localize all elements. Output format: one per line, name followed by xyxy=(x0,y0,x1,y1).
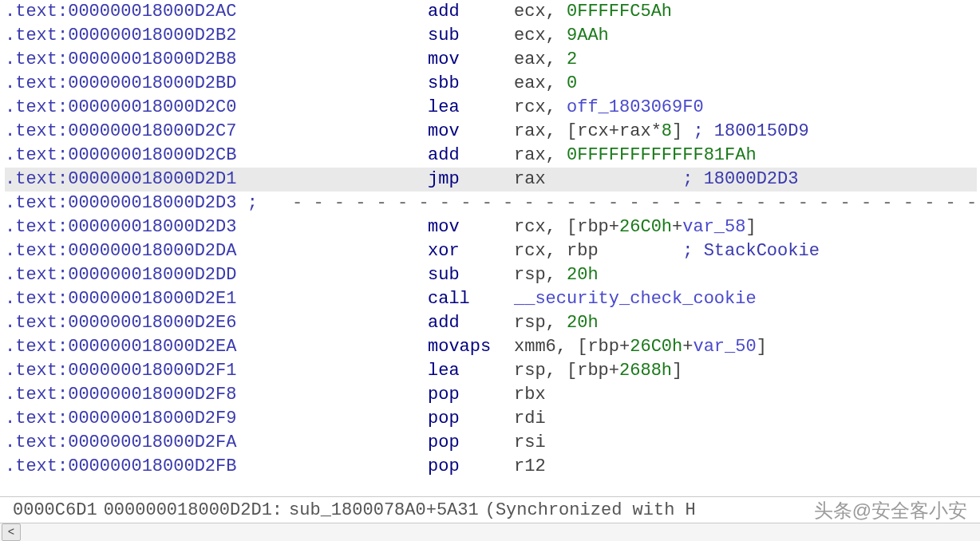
token-num: 2 xyxy=(567,49,577,69)
operands: rsi xyxy=(514,431,977,455)
token-reg: eax xyxy=(514,49,546,69)
token-pn: ] xyxy=(745,217,756,237)
operands: rsp, [rbp+2688h] xyxy=(514,359,977,383)
status-sync: (Synchronized with H xyxy=(485,499,696,523)
token-pn: + xyxy=(672,217,682,237)
token-num: 2688h xyxy=(619,361,672,381)
token-reg: rcx xyxy=(577,121,609,141)
disasm-row[interactable]: .text:000000018000D2F1learsp, [rbp+2688h… xyxy=(5,359,977,383)
token-pn: , [ xyxy=(556,337,588,357)
token-reg: rbp xyxy=(587,337,619,357)
disasm-row[interactable]: .text:000000018000D2C0learcx, off_180306… xyxy=(5,96,977,120)
token-sym: off_1803069F0 xyxy=(567,97,704,117)
token-reg: rcx xyxy=(514,217,546,237)
mnemonic: call xyxy=(428,287,514,311)
token-reg: rcx xyxy=(514,241,546,261)
address-label: .text:000000018000D2D1 xyxy=(5,168,428,192)
disasm-row[interactable]: .text:000000018000D2E6addrsp, 20h xyxy=(5,311,977,335)
disasm-row[interactable]: .text:000000018000D2BDsbbeax, 0 xyxy=(5,72,977,96)
watermark-text: 头条@安全客小安 xyxy=(814,499,967,523)
token-pad xyxy=(599,241,683,261)
disasm-row[interactable]: .text:000000018000D2B2subecx, 9AAh xyxy=(5,24,977,48)
dash-separator: - - - - - - - - - - - - - - - - - - - - … xyxy=(292,192,977,215)
token-pn: + xyxy=(609,361,619,381)
address-label: .text:000000018000D2C0 xyxy=(5,96,428,120)
mnemonic: sub xyxy=(428,263,514,287)
operands: xmm6, [rbp+26C0h+var_50] xyxy=(514,335,977,359)
token-reg: rsp xyxy=(514,361,546,381)
token-num: 9AAh xyxy=(567,26,609,45)
status-symbol: sub_1800078A0+5A31 xyxy=(289,499,479,523)
token-reg: rbp xyxy=(577,217,609,237)
disasm-row[interactable]: .text:000000018000D2F9poprdi xyxy=(5,407,977,431)
address-label: .text:000000018000D2AC xyxy=(5,0,428,24)
disasm-row[interactable]: .text:000000018000D2DAxorrcx, rbp ; Stac… xyxy=(5,239,977,263)
disasm-row[interactable]: .text:000000018000D2DDsubrsp, 20h xyxy=(5,263,977,287)
address-label: .text:000000018000D2F9 xyxy=(5,407,428,431)
disasm-row[interactable]: .text:000000018000D2F8poprbx xyxy=(5,383,977,407)
disasm-row[interactable]: .text:000000018000D2E1call__security_che… xyxy=(5,287,977,311)
disasm-row[interactable]: .text:000000018000D2ACaddecx, 0FFFFFC5Ah xyxy=(5,0,977,24)
token-pn: , xyxy=(546,265,567,285)
token-reg: ecx xyxy=(514,2,546,22)
disassembly-listing[interactable]: .text:000000018000D2ACaddecx, 0FFFFFC5Ah… xyxy=(0,0,980,496)
mnemonic: jmp xyxy=(428,168,514,192)
token-reg: xmm6 xyxy=(514,337,556,357)
token-num: 20h xyxy=(567,313,599,333)
horizontal-scrollbar[interactable]: < xyxy=(0,523,980,541)
token-pn: , [ xyxy=(546,121,578,141)
disasm-row[interactable]: .text:000000018000D2FBpopr12 xyxy=(5,455,977,479)
operands: eax, 0 xyxy=(514,72,977,96)
disasm-row[interactable]: .text:000000018000D2D1jmprax ; 18000D2D3 xyxy=(5,168,977,192)
address-label: .text:000000018000D2F1 xyxy=(5,359,428,383)
operands: rax, 0FFFFFFFFFFFF81FAh xyxy=(514,144,977,168)
address-label: .text:000000018000D2E6 xyxy=(5,311,428,335)
token-cmt: ; 1800150D9 xyxy=(693,121,808,141)
address-label: .text:000000018000D2CB xyxy=(5,144,428,168)
operands: ecx, 9AAh xyxy=(514,24,977,48)
operands: rsp, 20h xyxy=(514,263,977,287)
scroll-left-button[interactable]: < xyxy=(2,523,21,541)
address-label: .text:000000018000D2EA xyxy=(5,335,428,359)
mnemonic: add xyxy=(428,311,514,335)
token-pn: * xyxy=(651,121,662,141)
token-pn: , [ xyxy=(546,217,578,237)
token-num: 26C0h xyxy=(630,337,682,357)
address-label: .text:000000018000D2B2 xyxy=(5,24,428,48)
token-sym: __security_check_cookie xyxy=(514,289,757,309)
disasm-row[interactable]: .text:000000018000D2B8moveax, 2 xyxy=(5,48,977,72)
operands: rcx, rbp ; StackCookie xyxy=(514,239,977,263)
token-pn: , xyxy=(546,2,567,22)
address-label: .text:000000018000D2D3 ; xyxy=(5,192,292,215)
token-pn: ] xyxy=(757,337,767,357)
token-reg: rax xyxy=(514,169,546,189)
token-pn: , xyxy=(546,313,567,333)
address-label: .text:000000018000D2FB xyxy=(5,455,428,479)
status-offset: 0000C6D1 xyxy=(13,499,97,523)
disasm-row[interactable]: .text:000000018000D2CBaddrax, 0FFFFFFFFF… xyxy=(5,144,977,168)
token-reg: rbp xyxy=(567,241,599,261)
token-pn: , xyxy=(546,97,567,117)
token-reg: eax xyxy=(514,73,546,93)
disasm-row[interactable]: .text:000000018000D2D3movrcx, [rbp+26C0h… xyxy=(5,215,977,239)
token-cmt: ; 18000D2D3 xyxy=(682,169,798,189)
token-num: 8 xyxy=(662,121,672,141)
disasm-row[interactable]: .text:000000018000D2FApoprsi xyxy=(5,431,977,455)
token-sym: var_50 xyxy=(693,337,756,357)
token-num: 0 xyxy=(567,73,577,93)
token-reg: rsi xyxy=(514,432,546,452)
token-pn: , xyxy=(546,26,567,45)
token-reg: rdi xyxy=(514,409,546,428)
token-pn: , xyxy=(546,49,567,69)
operands: rcx, [rbp+26C0h+var_58] xyxy=(514,215,977,239)
token-num: 26C0h xyxy=(619,217,672,237)
operands: rax ; 18000D2D3 xyxy=(514,168,977,192)
disassembly-pane: .text:000000018000D2ACaddecx, 0FFFFFC5Ah… xyxy=(0,0,980,541)
operands: rcx, off_1803069F0 xyxy=(514,96,977,120)
scroll-track[interactable] xyxy=(22,526,980,539)
token-reg: rax xyxy=(514,145,546,165)
disasm-row[interactable]: .text:000000018000D2C7movrax, [rcx+rax*8… xyxy=(5,120,977,144)
chevron-left-icon: < xyxy=(8,520,14,541)
address-label: .text:000000018000D2DA xyxy=(5,239,428,263)
disasm-row[interactable]: .text:000000018000D2EAmovapsxmm6, [rbp+2… xyxy=(5,335,977,359)
